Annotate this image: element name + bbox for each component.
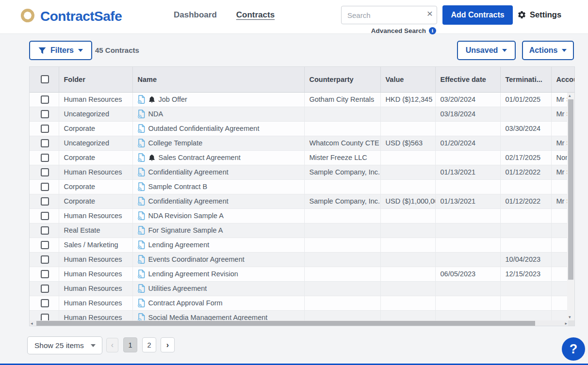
table-row[interactable]: Corporate Confidential xyxy=(30,194,575,208)
row-checkbox[interactable] xyxy=(41,299,49,307)
gear-icon xyxy=(517,10,526,19)
row-checkbox[interactable] xyxy=(41,125,49,133)
row-checkbox[interactable] xyxy=(41,270,49,278)
value-cell xyxy=(380,267,435,281)
contract-name[interactable]: NDA xyxy=(148,110,163,118)
actions-dropdown[interactable]: Actions xyxy=(522,41,574,60)
contract-name[interactable]: Lending Agreement xyxy=(148,241,210,249)
horizontal-scrollbar-thumb[interactable] xyxy=(36,321,535,326)
contract-name[interactable]: College Template xyxy=(148,139,203,147)
contract-name[interactable]: Sales Contract Agreement xyxy=(159,154,241,161)
table-row[interactable]: Corporate Sales Contra xyxy=(30,150,575,165)
termination-date-cell xyxy=(500,296,551,310)
termination-date-cell: 10/04/2023 xyxy=(500,252,551,267)
help-button[interactable]: ? xyxy=(562,337,585,361)
contract-name[interactable]: Confidentiality Agreement xyxy=(148,197,229,205)
column-header-value[interactable]: Value xyxy=(380,67,435,92)
table-row[interactable]: Human Resources Utilit xyxy=(30,281,575,296)
row-checkbox[interactable] xyxy=(41,168,49,176)
contract-name[interactable]: Job Offer xyxy=(159,95,187,103)
table-row[interactable]: Uncategorized NDA xyxy=(30,107,575,121)
scroll-up-icon[interactable]: ▴ xyxy=(569,93,571,99)
row-checkbox[interactable] xyxy=(41,241,49,249)
page-button[interactable]: 1 xyxy=(123,337,137,352)
unsaved-dropdown[interactable]: Unsaved xyxy=(457,41,516,60)
termination-date-cell xyxy=(500,238,551,252)
value-cell: HKD ($)12,345 xyxy=(380,92,435,107)
row-checkbox[interactable] xyxy=(41,255,49,264)
table-row[interactable]: Human Resources Contra xyxy=(30,296,575,310)
horizontal-scrollbar[interactable]: ◂ ▸ xyxy=(30,320,568,326)
row-checkbox[interactable] xyxy=(41,154,49,162)
table-row[interactable]: Real Estate For Signat xyxy=(30,223,575,238)
row-checkbox[interactable] xyxy=(41,183,49,191)
name-cell: Confidentiality Agreement xyxy=(132,165,304,179)
scroll-down-icon[interactable]: ▾ xyxy=(569,314,571,320)
scroll-right-icon[interactable]: ▸ xyxy=(565,320,567,326)
column-header-name[interactable]: Name xyxy=(132,67,304,92)
vertical-scrollbar-thumb[interactable] xyxy=(568,99,573,280)
row-checkbox[interactable] xyxy=(41,95,49,104)
name-cell: Confidentiality Agreement xyxy=(132,194,304,208)
name-cell: Outdated Confidentiality Agreement xyxy=(132,121,304,136)
row-checkbox-cell xyxy=(30,107,59,121)
contract-name[interactable]: Events Coordinator Agreement xyxy=(148,255,245,263)
row-checkbox[interactable] xyxy=(41,110,49,118)
termination-date-cell: 01/01/2025 xyxy=(500,92,551,107)
settings-button[interactable]: Settings xyxy=(517,10,561,19)
document-add-icon xyxy=(138,110,145,118)
contract-name[interactable]: Confidentiality Agreement xyxy=(148,168,229,176)
termination-date-cell xyxy=(500,179,551,194)
contract-name[interactable]: Lending Agreement Revision xyxy=(148,270,238,278)
nav-dashboard[interactable]: Dashboard xyxy=(174,10,217,20)
next-page-button[interactable]: › xyxy=(161,337,175,352)
filter-funnel-icon xyxy=(38,47,46,54)
vertical-scrollbar[interactable]: ▴ ▾ xyxy=(567,93,574,320)
chevron-down-icon xyxy=(562,49,567,52)
name-cell: Job Offer xyxy=(132,92,304,107)
select-all-checkbox[interactable] xyxy=(41,75,49,83)
table-row[interactable]: Human Resources Job Of xyxy=(30,92,575,107)
contract-name[interactable]: Utilities Agreement xyxy=(148,285,207,292)
previous-page-button[interactable]: ‹ xyxy=(106,338,118,352)
row-checkbox[interactable] xyxy=(41,285,49,293)
row-checkbox[interactable] xyxy=(41,139,49,147)
folder-cell: Human Resources xyxy=(59,208,132,223)
row-checkbox[interactable] xyxy=(41,226,49,235)
row-checkbox[interactable] xyxy=(41,197,49,206)
contract-name[interactable]: Contract Approval Form xyxy=(148,299,223,307)
table-row[interactable]: Human Resources Confid xyxy=(30,165,575,179)
document-add-icon xyxy=(138,255,145,264)
column-header-effective[interactable]: Effective date xyxy=(435,67,500,92)
advanced-search-link[interactable]: Advanced Search i xyxy=(371,27,436,34)
table-header-row: Folder Name Counterparty Value Effective… xyxy=(30,67,575,92)
info-icon[interactable]: i xyxy=(429,27,436,34)
page-button[interactable]: 2 xyxy=(142,337,156,352)
filters-button[interactable]: Filters xyxy=(29,41,92,60)
table-row[interactable]: Human Resources Lendin xyxy=(30,267,575,281)
table-row[interactable]: Uncategorized College xyxy=(30,136,575,150)
column-header-counterparty[interactable]: Counterparty xyxy=(304,67,380,92)
column-header-account[interactable]: Accou xyxy=(551,67,575,92)
clear-search-icon[interactable]: × xyxy=(427,8,433,19)
contract-name[interactable]: Outdated Confidentiality Agreement xyxy=(148,125,260,132)
show-items-dropdown[interactable]: Show 25 items xyxy=(27,336,102,354)
search-input[interactable] xyxy=(341,6,437,24)
table-row[interactable]: Human Resources Events xyxy=(30,252,575,267)
contract-name[interactable]: Sample Contract B xyxy=(148,183,208,190)
effective-date-cell: 01/13/2021 xyxy=(435,194,500,208)
brand[interactable]: ContractSafe xyxy=(18,6,122,27)
nav-contracts[interactable]: Contracts xyxy=(236,10,275,20)
contract-name[interactable]: For Signature Sample A xyxy=(148,226,223,234)
row-checkbox[interactable] xyxy=(41,212,49,220)
table-row[interactable]: Human Resources NDA Re xyxy=(30,208,575,223)
column-header-folder[interactable]: Folder xyxy=(59,67,132,92)
scroll-left-icon[interactable]: ◂ xyxy=(31,320,33,326)
table-row[interactable]: Corporate Sample Contr xyxy=(30,179,575,194)
contractsafe-logo-icon xyxy=(18,6,37,27)
contract-name[interactable]: NDA Revision Sample A xyxy=(148,212,224,220)
table-row[interactable]: Sales / Marketing Lend xyxy=(30,238,575,252)
table-row[interactable]: Corporate Outdated Con xyxy=(30,121,575,136)
add-contracts-button[interactable]: Add Contracts xyxy=(442,5,513,25)
column-header-termination[interactable]: Terminati... xyxy=(500,67,551,92)
